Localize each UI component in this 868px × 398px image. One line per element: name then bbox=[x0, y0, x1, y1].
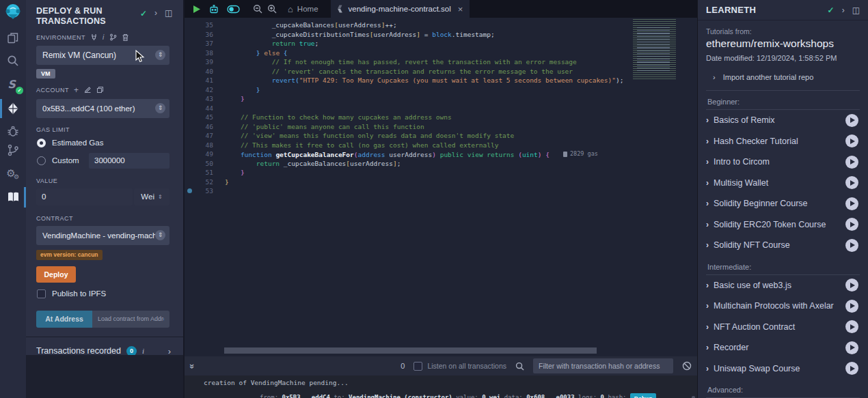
editor-minimap[interactable] bbox=[630, 18, 690, 81]
terminal-filter-input[interactable] bbox=[533, 358, 673, 373]
zoom-in-icon[interactable] bbox=[267, 4, 277, 14]
deploy-button[interactable]: Deploy bbox=[36, 266, 76, 283]
debugger-icon[interactable] bbox=[0, 124, 26, 138]
tutorial-item[interactable]: ›Multichain Protocols with Axelar bbox=[706, 296, 860, 317]
tab-home-label: Home bbox=[297, 5, 318, 13]
tab-home[interactable]: ⌂ Home bbox=[288, 4, 318, 14]
close-tab-icon[interactable]: × bbox=[458, 4, 463, 14]
tutorial-item[interactable]: ›Solidity Beginner Course bbox=[706, 193, 860, 214]
tutorial-item[interactable]: ›Basic use of web3.js bbox=[706, 275, 860, 296]
tutorial-play-button[interactable] bbox=[845, 279, 858, 292]
trash-icon[interactable] bbox=[122, 33, 129, 42]
at-address-input[interactable] bbox=[92, 311, 169, 328]
tutorial-play-button[interactable] bbox=[845, 341, 858, 354]
custom-gas-label: Custom bbox=[52, 156, 79, 165]
tutorial-play-button[interactable] bbox=[845, 218, 858, 231]
zoom-out-icon[interactable] bbox=[253, 4, 262, 14]
tutorial-item-label: Solidity ERC20 Token Course bbox=[714, 220, 826, 229]
solidity-compiler-icon[interactable]: S ✓ bbox=[0, 77, 26, 92]
estimated-gas-radio[interactable] bbox=[37, 139, 46, 147]
dropdown-toggle-icon[interactable]: ⇕ bbox=[155, 103, 165, 113]
learneth-icon[interactable] bbox=[0, 190, 26, 203]
tutorial-play-button[interactable] bbox=[845, 197, 858, 210]
clear-console-icon[interactable] bbox=[682, 361, 692, 371]
editor-horizontal-scrollbar[interactable] bbox=[224, 347, 597, 354]
tutorial-play-button[interactable] bbox=[845, 300, 858, 313]
edit-account-icon[interactable] bbox=[84, 86, 92, 94]
deploy-run-panel: DEPLOY & RUN TRANSACTIONS ✓ › ◫ ENVIRONM… bbox=[26, 0, 185, 355]
chevron-right-icon[interactable]: › bbox=[154, 9, 157, 17]
tutorial-play-button[interactable] bbox=[845, 320, 858, 333]
play-icon bbox=[850, 117, 855, 123]
gas-estimate-annotation: 2829 gas bbox=[563, 150, 598, 159]
chevron-right-icon[interactable]: › bbox=[842, 6, 845, 14]
play-icon bbox=[850, 180, 855, 186]
git-icon[interactable] bbox=[0, 143, 26, 157]
add-account-icon[interactable]: + bbox=[74, 85, 79, 95]
editor-gutter-marker bbox=[187, 188, 192, 193]
info-icon[interactable]: i bbox=[103, 33, 105, 41]
import-repo-label: Import another tutorial repo bbox=[723, 73, 814, 81]
pin-panel-icon[interactable]: ◫ bbox=[852, 6, 860, 14]
chevron-right-icon: › bbox=[706, 240, 709, 250]
dropdown-toggle-icon[interactable]: ⇕ bbox=[155, 50, 165, 60]
dropdown-toggle-icon[interactable]: ⇕ bbox=[155, 230, 165, 240]
tutorial-item[interactable]: ›Intro to Circom bbox=[706, 152, 860, 173]
chevron-right-icon: › bbox=[706, 301, 709, 311]
expand-terminal-icon[interactable]: » bbox=[187, 363, 198, 368]
code-line: 52} bbox=[185, 177, 697, 187]
plug-icon[interactable] bbox=[90, 33, 98, 41]
file-explorer-icon[interactable] bbox=[0, 31, 26, 45]
chevron-right-icon: › bbox=[706, 178, 709, 188]
tutorial-play-button[interactable] bbox=[845, 156, 858, 169]
publish-ipfs-checkbox[interactable] bbox=[37, 289, 46, 298]
tutorial-item[interactable]: ›Solidity NFT Course bbox=[706, 235, 860, 256]
terminal-toolbar: » 0 Listen on all transactions bbox=[185, 356, 697, 375]
tutorial-item[interactable]: ›NFT Auction Contract bbox=[706, 317, 860, 338]
listen-all-row[interactable]: Listen on all transactions bbox=[413, 362, 506, 371]
tutorial-item[interactable]: ›Multisig Wallet bbox=[706, 173, 860, 194]
gas-limit-label: GAS LIMIT bbox=[36, 126, 70, 133]
code-editor[interactable]: ⌂ Home vending-machine-contract.sol × 35… bbox=[185, 0, 697, 356]
contract-select[interactable]: VendingMachine - vending-machin ⇕ bbox=[36, 226, 169, 245]
tutorial-item[interactable]: ›Solidity ERC20 Token Course bbox=[706, 214, 860, 236]
copy-account-icon[interactable] bbox=[96, 86, 104, 94]
deploy-run-icon[interactable] bbox=[0, 102, 26, 115]
at-address-button[interactable]: At Address bbox=[36, 311, 92, 328]
ai-assistant-icon[interactable] bbox=[208, 4, 219, 14]
terminal-log-line: creation of VendingMachine pending... bbox=[204, 379, 697, 386]
debug-button[interactable]: Debug bbox=[630, 393, 656, 398]
account-select[interactable]: 0x5B3...eddC4 (100 ether) ⇕ bbox=[36, 99, 169, 118]
code-lines[interactable]: 35 _cupcakeBalances[userAddress]++;36 _c… bbox=[185, 18, 697, 196]
tab-vending-machine-contract[interactable]: vending-machine-contract.sol × bbox=[331, 0, 470, 18]
publish-ipfs-label: Publish to IPFS bbox=[52, 289, 106, 298]
terminal-search-icon[interactable] bbox=[515, 362, 524, 371]
search-icon[interactable] bbox=[0, 54, 26, 68]
pin-panel-icon[interactable]: ◫ bbox=[165, 9, 172, 17]
listen-all-checkbox[interactable] bbox=[413, 362, 422, 371]
tutorial-play-button[interactable] bbox=[845, 362, 858, 375]
tutorial-item[interactable]: ›Basics of Remix bbox=[706, 110, 860, 131]
repo-meta: Tutorials from: ethereum/remix-workshops… bbox=[698, 20, 868, 62]
tutorial-play-button[interactable] bbox=[845, 114, 858, 127]
settings-icon[interactable]: ⚙ ⚙ bbox=[0, 167, 26, 180]
play-icon bbox=[850, 303, 855, 309]
value-input[interactable] bbox=[36, 188, 133, 205]
tutorial-play-button[interactable] bbox=[845, 176, 858, 189]
tutorial-item[interactable]: ›Recorder bbox=[706, 337, 860, 358]
tutorial-item[interactable]: ›Uniswap Swap Course bbox=[706, 358, 860, 380]
value-unit-select[interactable]: Wei ⇕ bbox=[134, 188, 169, 205]
run-script-icon[interactable] bbox=[192, 5, 201, 14]
custom-gas-input[interactable] bbox=[89, 153, 169, 169]
fork-environment-icon[interactable] bbox=[109, 33, 117, 41]
tutorial-item[interactable]: ›Hash Checker Tutorial bbox=[706, 131, 860, 152]
info-icon[interactable]: i bbox=[142, 347, 144, 355]
svg-text:⚙: ⚙ bbox=[14, 173, 19, 180]
import-repo-toggle[interactable]: › Import another tutorial repo bbox=[713, 73, 868, 81]
custom-gas-radio[interactable] bbox=[37, 156, 46, 165]
environment-select[interactable]: Remix VM (Cancun) ⇕ bbox=[36, 46, 169, 65]
toggle-switch-icon[interactable] bbox=[227, 5, 240, 14]
tutorial-play-button[interactable] bbox=[845, 239, 858, 252]
environment-label: ENVIRONMENT bbox=[36, 34, 85, 41]
tutorial-play-button[interactable] bbox=[845, 134, 858, 147]
